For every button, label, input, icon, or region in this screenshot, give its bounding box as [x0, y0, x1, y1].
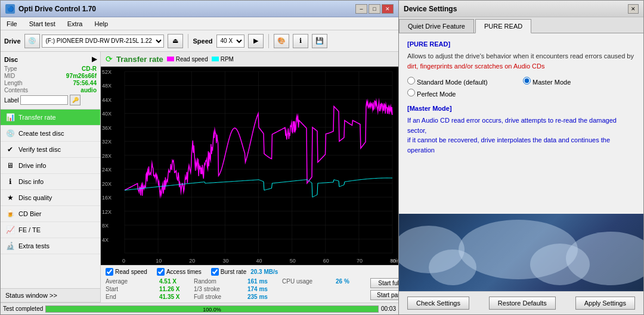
maximize-button[interactable]: □: [369, 4, 380, 14]
save-btn[interactable]: 💾: [312, 34, 327, 48]
chart-bottom: Read speed Access times Burst rate 20.3 …: [101, 265, 398, 302]
nav-drive-info[interactable]: 🖥 Drive info: [1, 158, 100, 174]
settings-btn[interactable]: 🎨: [274, 34, 289, 48]
average-stat: Average 4.51 X: [106, 278, 189, 285]
legend-rpm-color: [212, 57, 219, 61]
burst-rate-value: 20.3 MB/s: [250, 269, 278, 275]
restore-defaults-button[interactable]: Restore Defaults: [489, 297, 556, 310]
burst-rate-checkbox[interactable]: [211, 268, 219, 276]
drive-select[interactable]: (F:) PIONEER DVD-RW DVR-215L 1.22: [42, 35, 164, 48]
ds-title-bar: Device Settings ✕: [399, 1, 643, 17]
perfect-mode-label[interactable]: Perfect Mode: [407, 89, 456, 98]
radio-row-2: Perfect Mode: [407, 89, 635, 98]
cloud-4: [429, 249, 476, 285]
master-mode-radio[interactable]: [523, 77, 531, 85]
drive-select-wrap: 💿 (F:) PIONEER DVD-RW DVR-215L 1.22: [24, 34, 164, 48]
nav-disc-quality[interactable]: ★ Disc quality: [1, 190, 100, 206]
ds-close-button[interactable]: ✕: [628, 4, 639, 14]
check-settings-button[interactable]: Check Settings: [407, 297, 469, 310]
disc-info-header: Disc ▶: [4, 55, 97, 63]
stats-row: Average 4.51 X Start 11.26 X End 41.35 X: [106, 278, 394, 300]
contents-value: audio: [80, 87, 97, 93]
start-part-button[interactable]: Start part: [370, 290, 398, 300]
checkboxes-row: Read speed Access times Burst rate 20.3 …: [106, 268, 394, 276]
burst-rate-checkbox-label[interactable]: Burst rate 20.3 MB/s: [211, 268, 278, 276]
standard-mode-label[interactable]: Standard Mode (default): [407, 77, 519, 86]
speed-arrow-btn[interactable]: ▶: [248, 34, 264, 48]
disc-info-panel: Disc ▶ Type CD-R MID 97m26s66f Length 75…: [1, 52, 100, 110]
random-value: 161 ms: [247, 278, 277, 285]
access-times-checkbox[interactable]: [157, 268, 165, 276]
sidebar-bottom: Status window >>: [1, 288, 100, 302]
length-label: Length: [4, 80, 23, 86]
menu-help[interactable]: Help: [91, 19, 112, 29]
access-times-cb-label: Access times: [166, 269, 202, 275]
nav-fe-te-label: FE / TE: [18, 226, 41, 233]
menu-extra[interactable]: Extra: [64, 19, 86, 29]
chart-title: Transfer rate: [116, 55, 163, 64]
label-field-label: Label: [4, 97, 18, 104]
nav-create-test-disc[interactable]: 💿 Create test disc: [1, 126, 100, 142]
nav-verify-test-disc[interactable]: ✔ Verify test disc: [1, 142, 100, 158]
highlight-text: dirt, fingerprints and/or scratches on A…: [407, 63, 545, 70]
toolbar-separator: [188, 34, 188, 48]
nav-disc-info[interactable]: ℹ Disc info: [1, 174, 100, 190]
disc-arrow-btn[interactable]: ▶: [92, 55, 97, 63]
mid-value: 97m26s66f: [66, 73, 97, 79]
type-label: Type: [4, 66, 17, 72]
contents-row: Contents audio: [4, 87, 97, 93]
nav-transfer-rate[interactable]: 📊 Transfer rate: [1, 110, 100, 126]
access-times-checkbox-label[interactable]: Access times: [157, 268, 202, 276]
full-stroke-stat: Full stroke 235 ms: [194, 294, 277, 300]
chart-header: ⟳ Transfer rate Read speed RPM: [101, 52, 398, 67]
perfect-mode-text: Perfect Mode: [417, 91, 456, 98]
speed-select[interactable]: 40 X: [216, 35, 244, 48]
average-label: Average: [106, 278, 128, 285]
eject-button[interactable]: ⏏: [168, 34, 183, 48]
pure-read-tab-label: PURE READ: [484, 23, 522, 30]
cloud-5: [530, 244, 590, 285]
full-stroke-value: 235 ms: [247, 294, 277, 300]
menu-start-test[interactable]: Start test: [26, 19, 59, 29]
app-title: Opti Drive Control 1.70: [18, 5, 96, 13]
master-mode-section: [Master Mode] If an Audio CD read error …: [407, 105, 635, 155]
pure-read-description: Allows to adjust the drive's behavior wh…: [407, 51, 635, 71]
legend-rpm-label: RPM: [221, 56, 234, 63]
info-btn[interactable]: ℹ: [293, 34, 308, 48]
master-mode-label[interactable]: Master Mode: [523, 77, 635, 86]
nav-fe-te[interactable]: 📈 FE / TE: [1, 222, 100, 238]
start-full-button[interactable]: Start full: [370, 278, 398, 288]
label-icon-btn[interactable]: 🔑: [70, 95, 80, 105]
menu-file[interactable]: File: [3, 19, 21, 29]
minimize-button[interactable]: –: [355, 4, 367, 14]
tab-quiet-drive[interactable]: Quiet Drive Feature: [399, 19, 474, 33]
standard-mode-text: Standard Mode (default): [417, 79, 488, 86]
master-mode-desc2: if it cannot be recovered, drive interpo…: [407, 136, 610, 154]
read-speed-checkbox[interactable]: [106, 268, 113, 276]
read-speed-checkbox-label[interactable]: Read speed: [106, 268, 147, 276]
perfect-mode-radio[interactable]: [407, 89, 415, 96]
ds-footer: Check Settings Restore Defaults Apply Se…: [399, 291, 643, 314]
nav-cd-bier[interactable]: 🍺 CD Bier: [1, 206, 100, 222]
nav-extra-tests[interactable]: 🔬 Extra tests: [1, 238, 100, 254]
apply-settings-button[interactable]: Apply Settings: [575, 297, 635, 310]
create-test-icon: 💿: [5, 129, 15, 138]
label-input[interactable]: [20, 95, 68, 105]
mid-label: MID: [4, 73, 15, 79]
cd-bier-icon: 🍺: [5, 209, 15, 219]
standard-mode-radio[interactable]: [407, 77, 415, 85]
cpu-stat: CPU usage 26 %: [282, 278, 366, 285]
tab-pure-read[interactable]: PURE READ: [475, 19, 531, 33]
progress-bar: 100.0%: [45, 305, 379, 313]
verify-test-icon: ✔: [5, 145, 15, 154]
sidebar: Disc ▶ Type CD-R MID 97m26s66f Length 75…: [1, 52, 101, 302]
close-button[interactable]: ✕: [382, 4, 394, 14]
cpu-value: 26 %: [336, 278, 366, 285]
drive-icon-btn[interactable]: 💿: [24, 34, 40, 48]
drive-info-icon: 🖥: [5, 161, 15, 170]
start-stat: Start 11.26 X: [106, 286, 189, 292]
chart-area: ⟳ Transfer rate Read speed RPM: [101, 52, 398, 302]
nav-create-test-label: Create test disc: [18, 130, 64, 137]
status-window-btn[interactable]: Status window >>: [1, 289, 100, 302]
start-label: Start: [106, 286, 118, 292]
